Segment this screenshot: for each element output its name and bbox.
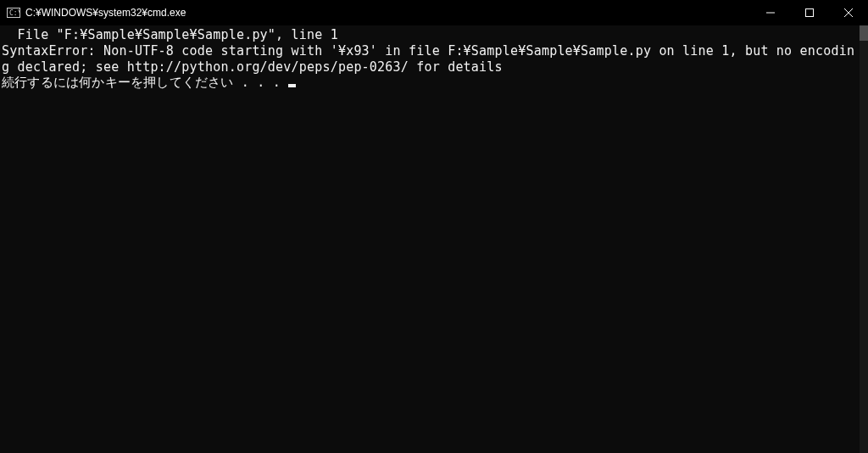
maximize-icon — [805, 8, 814, 17]
svg-text:C:\: C:\ — [9, 9, 20, 17]
minimize-icon — [766, 8, 775, 17]
minimize-button[interactable] — [751, 0, 790, 25]
terminal-output[interactable]: File "F:¥Sample¥Sample¥Sample.py", line … — [0, 25, 860, 453]
terminal-container: File "F:¥Sample¥Sample¥Sample.py", line … — [0, 25, 868, 453]
text-cursor — [288, 84, 296, 87]
maximize-button[interactable] — [790, 0, 829, 25]
svg-rect-3 — [806, 9, 814, 17]
cmd-icon: C:\ — [7, 8, 20, 18]
terminal-line: File "F:¥Sample¥Sample¥Sample.py", line … — [2, 27, 860, 43]
window-title: C:¥WINDOWS¥system32¥cmd.exe — [25, 7, 186, 19]
terminal-line: SyntaxError: Non-UTF-8 code starting wit… — [2, 43, 860, 76]
terminal-line: 続行するには何かキーを押してください . . . — [2, 75, 860, 91]
scrollbar-thumb[interactable] — [860, 25, 868, 41]
window-controls — [751, 0, 868, 25]
close-button[interactable] — [829, 0, 868, 25]
vertical-scrollbar[interactable] — [860, 25, 868, 453]
window-titlebar[interactable]: C:\ C:¥WINDOWS¥system32¥cmd.exe — [0, 0, 868, 25]
close-icon — [844, 8, 853, 17]
